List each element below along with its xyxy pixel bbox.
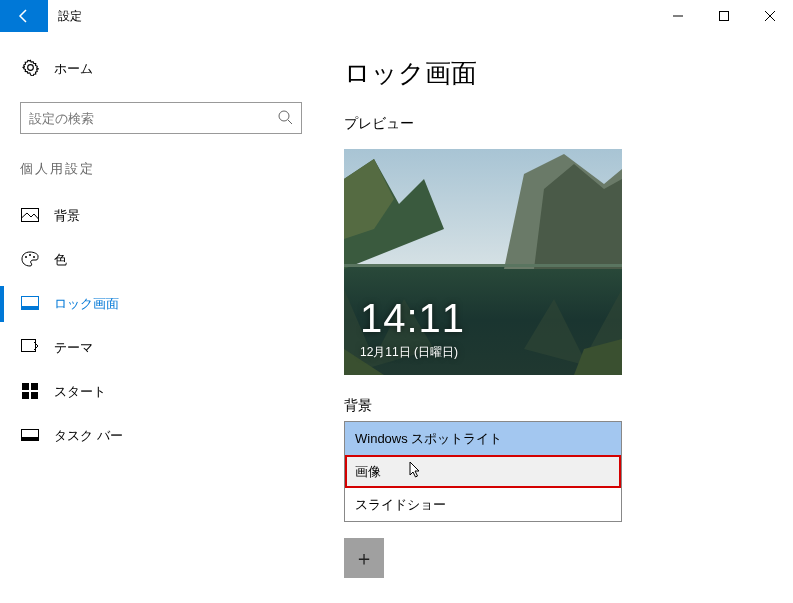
svg-rect-12 [22, 339, 36, 351]
dropdown-option-label: 画像 [355, 463, 381, 481]
sidebar-item-color[interactable]: 色 [0, 238, 302, 282]
back-button[interactable] [0, 0, 48, 32]
svg-point-7 [25, 256, 27, 258]
plus-icon: ＋ [354, 545, 374, 572]
sidebar-item-theme[interactable]: テーマ [0, 326, 302, 370]
dropdown-option-picture[interactable]: 画像 [345, 455, 621, 488]
sidebar-home[interactable]: ホーム [20, 50, 302, 88]
search-input[interactable] [20, 102, 302, 134]
palette-icon [20, 251, 40, 270]
main-panel: ロック画面 プレビュー [322, 32, 793, 603]
picture-icon [20, 208, 40, 225]
window-title: 設定 [48, 0, 655, 32]
svg-rect-13 [22, 383, 29, 390]
svg-rect-11 [22, 306, 39, 310]
minimize-button[interactable] [655, 0, 701, 32]
sidebar-item-lockscreen[interactable]: ロック画面 [0, 282, 302, 326]
dropdown-option-label: スライドショー [355, 496, 446, 514]
gear-icon [20, 59, 40, 79]
background-dropdown[interactable]: Windows スポットライト 画像 スライドショー [344, 421, 622, 522]
search-icon [277, 109, 293, 128]
svg-rect-18 [22, 437, 39, 441]
sidebar-item-start[interactable]: スタート [0, 370, 302, 414]
svg-point-8 [29, 254, 31, 256]
add-button[interactable]: ＋ [344, 538, 384, 578]
search-field[interactable] [29, 111, 277, 126]
sidebar-home-label: ホーム [54, 60, 93, 78]
theme-icon [20, 339, 40, 358]
sidebar-item-taskbar[interactable]: タスク バー [0, 414, 302, 458]
sidebar-item-label: 背景 [54, 207, 80, 225]
preview-date: 12月11日 (日曜日) [360, 344, 458, 361]
preview-time: 14:11 [360, 296, 465, 341]
sidebar-item-label: タスク バー [54, 427, 123, 445]
svg-rect-1 [720, 12, 729, 21]
sidebar-item-label: 色 [54, 251, 67, 269]
svg-point-9 [33, 256, 35, 258]
close-button[interactable] [747, 0, 793, 32]
sidebar-item-label: テーマ [54, 339, 93, 357]
preview-label: プレビュー [344, 115, 793, 133]
dropdown-option-spotlight[interactable]: Windows スポットライト [345, 422, 621, 455]
svg-point-4 [279, 111, 289, 121]
sidebar-item-label: ロック画面 [54, 295, 119, 313]
sidebar-category: 個人用設定 [20, 160, 302, 178]
background-label: 背景 [344, 397, 793, 415]
maximize-button[interactable] [701, 0, 747, 32]
sidebar-item-background[interactable]: 背景 [0, 194, 302, 238]
sidebar-item-label: スタート [54, 383, 106, 401]
cursor-icon [409, 461, 423, 482]
lockscreen-icon [20, 296, 40, 313]
dropdown-option-label: Windows スポットライト [355, 430, 502, 448]
svg-rect-16 [31, 392, 38, 399]
svg-rect-14 [31, 383, 38, 390]
svg-rect-6 [22, 208, 39, 221]
lockscreen-preview: 14:11 12月11日 (日曜日) [344, 149, 622, 375]
sidebar: ホーム 個人用設定 背景 色 ロック画面 [0, 32, 322, 603]
svg-rect-15 [22, 392, 29, 399]
start-icon [20, 383, 40, 402]
svg-line-5 [288, 120, 292, 124]
page-title: ロック画面 [344, 56, 793, 91]
taskbar-icon [20, 429, 40, 444]
dropdown-option-slideshow[interactable]: スライドショー [345, 488, 621, 521]
